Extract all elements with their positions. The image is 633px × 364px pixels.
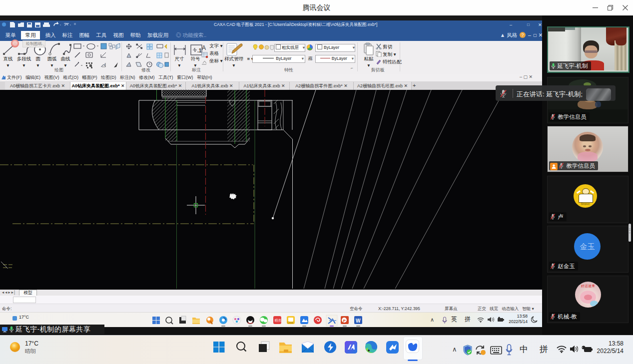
- svg-text:P: P: [343, 319, 346, 323]
- svg-text:A: A: [202, 44, 206, 51]
- svg-text:Cloud: Cloud: [287, 322, 293, 324]
- svg-text:.1: .1: [197, 48, 202, 53]
- svg-text:稻壳: 稻壳: [275, 319, 282, 323]
- svg-text:W: W: [356, 318, 361, 324]
